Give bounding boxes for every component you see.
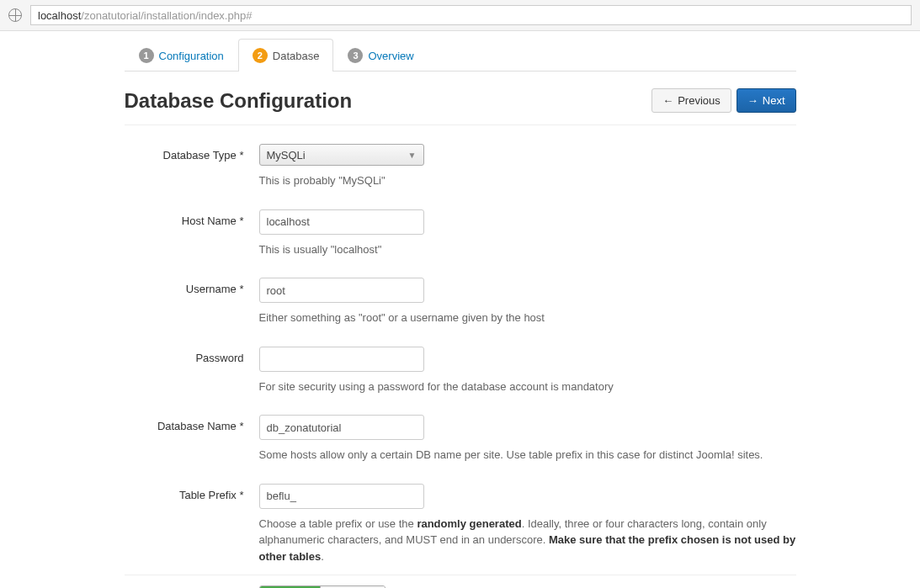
field-row-password: Password For site security using a passw… xyxy=(125,336,796,405)
url-input[interactable]: localhost/zonatutorial/installation/inde… xyxy=(30,5,912,25)
arrow-right-icon xyxy=(747,94,758,107)
field-label: Username * xyxy=(125,278,259,295)
field-row-database-type: Database Type * MySQLi ▼ This is probabl… xyxy=(125,134,796,199)
field-label: Database Name * xyxy=(125,415,259,432)
url-host: localhost xyxy=(38,9,81,22)
help-text: Some hosts allow only a certain DB name … xyxy=(259,447,796,464)
table-prefix-input[interactable] xyxy=(259,484,424,509)
url-path: /zonatutorial/installation/index.php# xyxy=(81,9,252,22)
field-row-table-prefix: Table Prefix * Choose a table prefix or … xyxy=(125,474,796,575)
page-title: Database Configuration xyxy=(125,89,353,113)
button-label: Next xyxy=(763,94,785,107)
tab-configuration[interactable]: 1 Configuration xyxy=(125,39,238,72)
button-label: Previous xyxy=(678,94,721,107)
tab-overview[interactable]: 3 Overview xyxy=(333,39,428,72)
field-row-host-name: Host Name * This is usually "localhost" xyxy=(125,199,796,268)
password-input[interactable] xyxy=(259,347,424,372)
help-text: This is probably "MySQLi" xyxy=(259,172,796,189)
database-type-select[interactable]: MySQLi ▼ xyxy=(259,144,424,166)
field-row-old-database: Old Database Process * Backup Remove Any… xyxy=(125,575,796,588)
host-name-input[interactable] xyxy=(259,209,424,235)
step-number: 2 xyxy=(253,48,268,63)
select-value: MySQLi xyxy=(267,149,306,162)
help-text: This is usually "localhost" xyxy=(259,241,796,258)
form-area: Database Type * MySQLi ▼ This is probabl… xyxy=(125,125,796,588)
install-steps-tabs: 1 Configuration 2 Database 3 Overview xyxy=(125,38,796,72)
tab-label: Database xyxy=(273,50,320,62)
field-label: Password xyxy=(125,347,259,364)
field-row-username: Username * Either something as "root" or… xyxy=(125,268,796,336)
help-text: Choose a table prefix or use the randoml… xyxy=(259,516,796,565)
field-label: Database Type * xyxy=(125,144,259,162)
field-label: Table Prefix * xyxy=(125,484,259,501)
browser-address-bar: localhost/zonatutorial/installation/inde… xyxy=(0,0,920,31)
help-text: For site security using a password for t… xyxy=(259,379,796,395)
field-row-database-name: Database Name * Some hosts allow only a … xyxy=(125,405,796,474)
nav-buttons: Previous Next xyxy=(651,88,795,113)
database-name-input[interactable] xyxy=(259,415,424,440)
chevron-down-icon: ▼ xyxy=(408,151,417,160)
tab-database[interactable]: 2 Database xyxy=(238,39,334,72)
help-text: Either something as "root" or a username… xyxy=(259,310,796,326)
tab-label: Overview xyxy=(368,50,413,62)
step-number: 3 xyxy=(348,48,363,63)
page-header: Database Configuration Previous Next xyxy=(125,72,796,125)
previous-button[interactable]: Previous xyxy=(651,88,731,113)
arrow-left-icon xyxy=(662,94,673,107)
username-input[interactable] xyxy=(259,278,424,303)
globe-icon xyxy=(8,8,22,22)
next-button[interactable]: Next xyxy=(737,88,796,113)
step-number: 1 xyxy=(139,48,154,63)
field-label: Host Name * xyxy=(125,209,259,227)
tab-label: Configuration xyxy=(159,50,224,62)
